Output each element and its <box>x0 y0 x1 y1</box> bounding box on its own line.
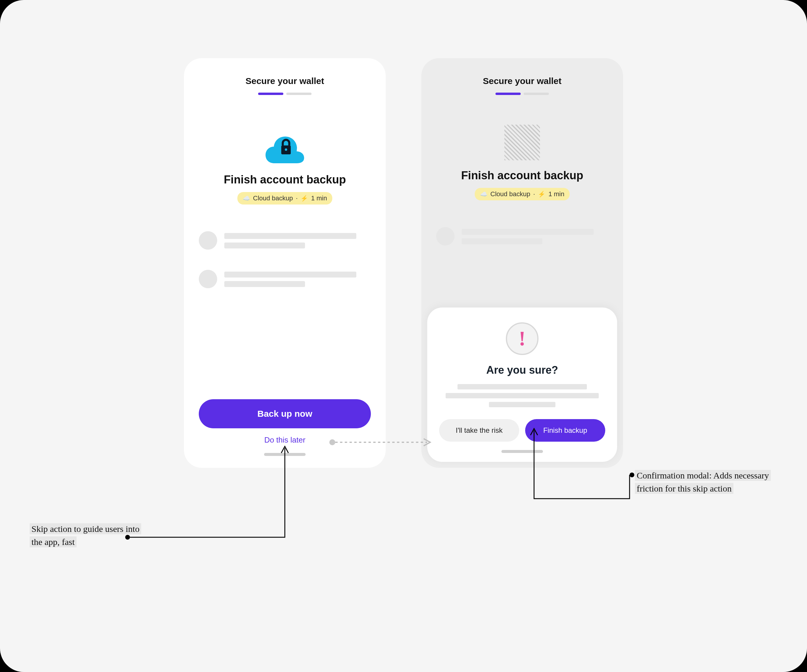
placeholder-line <box>446 393 598 398</box>
placeholder-line <box>224 281 305 287</box>
placeholder-avatar <box>436 227 455 246</box>
list-item <box>199 270 371 291</box>
list-item <box>199 231 371 252</box>
placeholder-line <box>462 229 594 235</box>
badge-backup-info: ☁️ Cloud backup · ⚡ 1 min <box>237 192 332 205</box>
progress-bar <box>495 93 549 95</box>
placeholder-line <box>224 243 305 248</box>
alert-icon: ! <box>506 322 538 355</box>
lightning-icon: ⚡ <box>301 195 308 202</box>
home-indicator <box>264 453 306 456</box>
take-risk-button[interactable]: I'll take the risk <box>439 419 519 442</box>
cloud-emoji-icon: ☁️ <box>480 191 487 198</box>
section-heading: Finish account backup <box>199 173 371 186</box>
cloud-emoji-icon: ☁️ <box>243 195 250 202</box>
placeholder-line <box>224 233 356 239</box>
progress-segment-active <box>258 93 283 95</box>
list-item <box>436 227 608 248</box>
cloud-lock-icon <box>199 133 371 165</box>
phone-screen-confirm: Secure your wallet Finish account backup… <box>421 58 623 468</box>
svg-point-1 <box>285 148 287 151</box>
annotation-modal: Confirmation modal: Adds necessary frict… <box>635 469 774 495</box>
badge-separator: · <box>533 190 535 198</box>
placeholder-list <box>436 227 608 266</box>
placeholder-line <box>462 238 542 244</box>
annotation-text: Skip action to guide users into the app,… <box>30 523 141 547</box>
confirm-modal: ! Are you sure? I'll take the risk Finis… <box>427 308 617 462</box>
modal-title: Are you sure? <box>439 364 605 376</box>
svg-point-5 <box>629 472 634 477</box>
diagram-canvas: Secure your wallet Finish account backup… <box>0 0 807 672</box>
backup-now-button[interactable]: Back up now <box>199 399 371 428</box>
placeholder-icon <box>504 125 540 160</box>
do-this-later-link[interactable]: Do this later <box>199 436 371 445</box>
modal-body-placeholder <box>439 384 605 407</box>
lightning-icon: ⚡ <box>538 191 545 198</box>
progress-segment-active <box>495 93 521 95</box>
placeholder-line <box>458 384 587 389</box>
home-indicator <box>501 450 543 453</box>
annotation-skip: Skip action to guide users into the app,… <box>30 522 148 548</box>
progress-segment <box>286 93 312 95</box>
badge-separator: · <box>296 195 297 202</box>
badge-cloud-label: Cloud backup <box>253 195 293 202</box>
placeholder-avatar <box>199 231 217 250</box>
placeholder-line <box>489 402 555 407</box>
page-title: Secure your wallet <box>436 76 608 86</box>
placeholder-list <box>199 231 371 308</box>
phone-screen-backup: Secure your wallet Finish account backup… <box>184 58 386 468</box>
exclamation-icon: ! <box>519 328 525 349</box>
placeholder-avatar <box>199 270 217 288</box>
progress-bar <box>258 93 312 95</box>
badge-time-label: 1 min <box>311 195 327 202</box>
progress-segment <box>524 93 549 95</box>
badge-time-label: 1 min <box>548 190 564 198</box>
placeholder-line <box>224 271 356 278</box>
page-title: Secure your wallet <box>199 76 371 86</box>
badge-cloud-label: Cloud backup <box>490 190 530 198</box>
finish-backup-button[interactable]: Finish backup <box>525 419 605 442</box>
section-heading: Finish account backup <box>436 169 608 182</box>
annotation-text: Confirmation modal: Adds necessary frict… <box>635 470 771 494</box>
badge-backup-info: ☁️ Cloud backup · ⚡ 1 min <box>475 188 570 200</box>
